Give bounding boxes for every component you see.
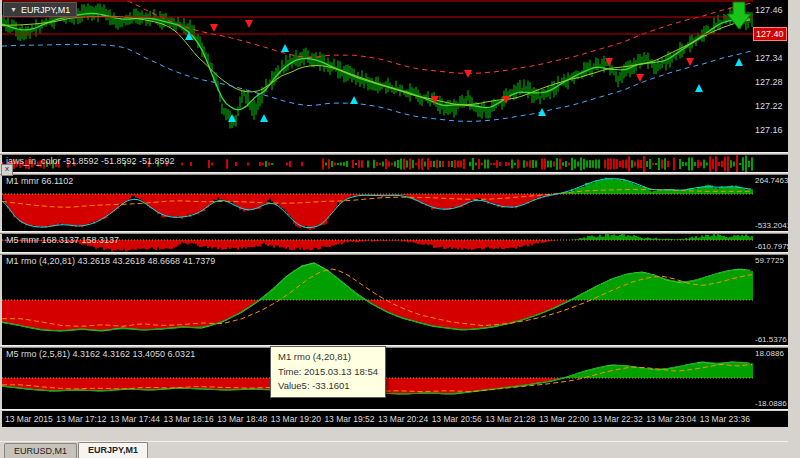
chevron-down-icon: ▼ <box>10 6 17 13</box>
tooltip-value: Value5: -33.1601 <box>278 379 378 394</box>
current-price-box: 127.40 <box>753 27 787 41</box>
time-axis-label: 13 Mar 17:12 <box>56 414 106 424</box>
tooltip-title: M1 rmo (4,20,81) <box>278 350 378 365</box>
time-axis[interactable]: 13 Mar 201513 Mar 17:1213 Mar 17:4413 Ma… <box>2 411 788 427</box>
indicator-label: M1 rmo (4,20,81) 43.2618 43.2618 48.6668… <box>6 256 215 266</box>
m1-rmo-canvas[interactable] <box>2 255 753 345</box>
time-axis-label: 13 Mar 18:16 <box>164 414 214 424</box>
indicator-window-jaws: jaws_in_color -51.8592 -51.8592 -51.8592 <box>2 155 788 172</box>
price-axis[interactable]: 127.46127.40127.34127.28127.22127.16 <box>755 0 788 142</box>
indicator-axis-value: -533.2041 <box>755 221 788 230</box>
price-axis-label: 127.28 <box>755 70 788 94</box>
time-axis-label: 13 Mar 23:04 <box>646 414 696 424</box>
indicator-close-button[interactable]: x <box>1 164 13 176</box>
main-chart-window: ▼ EURJPY,M1 127.46127.40127.34127.28127.… <box>2 0 788 152</box>
indicator-window-m1-rmo: M1 rmo (4,20,81) 43.2618 43.2618 48.6668… <box>2 255 788 345</box>
time-axis-label: 13 Mar 2015 <box>5 414 53 424</box>
indicator-axis-value: 59.7725 <box>755 256 788 265</box>
indicator-window-m5-mmr: M5 mmr 168.3137 158.3137 -610.7975 <box>2 234 788 252</box>
m1-mmr-canvas[interactable] <box>2 175 753 231</box>
indicator-label: M5 mmr 168.3137 158.3137 <box>6 235 119 245</box>
main-chart-canvas[interactable] <box>2 0 753 152</box>
time-axis-label: 13 Mar 20:56 <box>432 414 482 424</box>
indicator-label: jaws_in_color -51.8592 -51.8592 -51.8592 <box>6 156 175 166</box>
time-axis-label: 13 Mar 20:24 <box>378 414 428 424</box>
time-axis-label: 13 Mar 22:32 <box>593 414 643 424</box>
indicator-axis-value: 264.7463 <box>755 176 788 185</box>
indicator-label: M1 mmr 66.1102 <box>6 176 73 186</box>
time-axis-label: 13 Mar 23:36 <box>700 414 750 424</box>
chart-tab-label: EURUSD,M1 <box>14 446 67 456</box>
price-axis-label: 127.46 <box>755 0 788 22</box>
chart-tab[interactable]: EURUSD,M1 <box>4 443 77 458</box>
symbol-label: EURJPY,M1 <box>21 5 70 15</box>
indicator-axis-value: -18.0886 <box>755 399 788 408</box>
time-axis-label: 13 Mar 19:52 <box>324 414 374 424</box>
tooltip: M1 rmo (4,20,81) Time: 2015.03.13 18:54 … <box>270 346 386 398</box>
indicator-label: M5 rmo (2,5,81) 4.3162 4.3162 13.4050 6.… <box>6 349 195 359</box>
chart-tab[interactable]: EURJPY,M1 <box>78 442 148 458</box>
price-axis-label: 127.16 <box>755 118 788 142</box>
time-axis-label: 13 Mar 19:20 <box>271 414 321 424</box>
chart-tab-label: EURJPY,M1 <box>88 445 138 455</box>
indicator-window-m1-mmr: M1 mmr 66.1102 264.7463 -533.2041 <box>2 175 788 231</box>
right-window-edge <box>788 0 800 458</box>
indicator-axis-value: -61.5376 <box>755 335 788 344</box>
tooltip-time: Time: 2015.03.13 18:54 <box>278 365 378 380</box>
price-axis-label: 127.22 <box>755 94 788 118</box>
time-axis-label: 13 Mar 17:44 <box>110 414 160 424</box>
time-axis-label: 13 Mar 21:28 <box>485 414 535 424</box>
price-axis-label: 127.34 <box>755 46 788 70</box>
time-axis-label: 13 Mar 22:00 <box>539 414 589 424</box>
chart-tab-bar: EURUSD,M1EURJPY,M1 <box>0 441 800 458</box>
indicator-window-m5-rmo: M5 rmo (2,5,81) 4.3162 4.3162 13.4050 6.… <box>2 348 788 409</box>
mt4-chart-window: ▼ EURJPY,M1 127.46127.40127.34127.28127.… <box>0 0 800 458</box>
symbol-selector[interactable]: ▼ EURJPY,M1 <box>3 2 77 17</box>
time-axis-label: 13 Mar 18:48 <box>217 414 267 424</box>
indicator-axis-value: -610.7975 <box>755 242 788 251</box>
indicator-axis-value: 18.0886 <box>755 349 788 358</box>
